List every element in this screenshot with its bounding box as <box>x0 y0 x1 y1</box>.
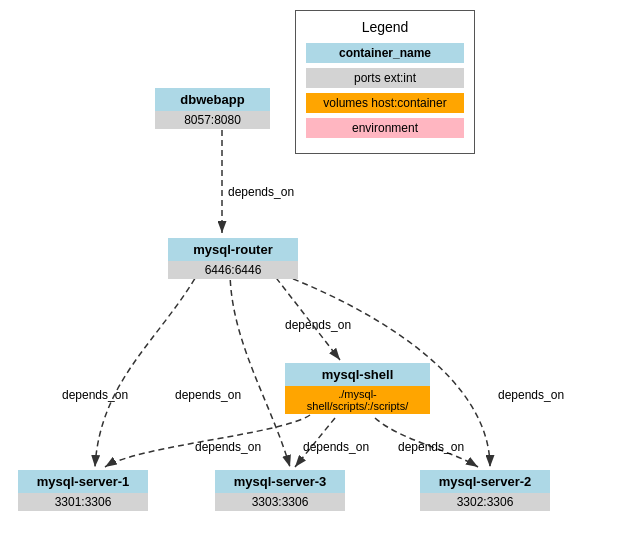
node-mysql-server-1: mysql-server-1 3301:3306 <box>18 470 148 511</box>
label-depends-router-server2: depends_on <box>498 388 564 402</box>
label-depends-shell-server2: depends_on <box>398 440 464 454</box>
legend-container-name: container_name <box>306 43 464 63</box>
mysql-server-1-port: 3301:3306 <box>18 493 148 511</box>
mysql-router-name: mysql-router <box>168 238 298 261</box>
legend-volumes: volumes host:container <box>306 93 464 113</box>
legend-environment: environment <box>306 118 464 138</box>
mysql-server-3-port: 3303:3306 <box>215 493 345 511</box>
legend-ports: ports ext:int <box>306 68 464 88</box>
label-depends-router-shell: depends_on <box>285 318 351 332</box>
label-depends-router-server3: depends_on <box>175 388 241 402</box>
diagram: Legend container_name ports ext:int volu… <box>0 0 629 560</box>
mysql-server-1-name: mysql-server-1 <box>18 470 148 493</box>
node-mysql-router: mysql-router 6446:6446 <box>168 238 298 279</box>
label-depends-router-server1: depends_on <box>62 388 128 402</box>
mysql-shell-volume: ./mysql-shell/scripts/:/scripts/ <box>285 386 430 414</box>
legend-box: Legend container_name ports ext:int volu… <box>295 10 475 154</box>
mysql-server-3-name: mysql-server-3 <box>215 470 345 493</box>
mysql-shell-name: mysql-shell <box>285 363 430 386</box>
node-mysql-server-3: mysql-server-3 3303:3306 <box>215 470 345 511</box>
label-depends-shell-server1: depends_on <box>195 440 261 454</box>
mysql-server-2-port: 3302:3306 <box>420 493 550 511</box>
node-mysql-shell: mysql-shell ./mysql-shell/scripts/:/scri… <box>285 363 430 414</box>
mysql-server-2-name: mysql-server-2 <box>420 470 550 493</box>
legend-title: Legend <box>306 19 464 35</box>
svg-line-2 <box>270 270 340 360</box>
node-dbwebapp: dbwebapp 8057:8080 <box>155 88 270 129</box>
node-mysql-server-2: mysql-server-2 3302:3306 <box>420 470 550 511</box>
dbwebapp-port: 8057:8080 <box>155 111 270 129</box>
label-depends-shell-server3: depends_on <box>303 440 369 454</box>
dbwebapp-name: dbwebapp <box>155 88 270 111</box>
mysql-router-port: 6446:6446 <box>168 261 298 279</box>
label-depends-dbwebapp-router: depends_on <box>228 185 294 199</box>
